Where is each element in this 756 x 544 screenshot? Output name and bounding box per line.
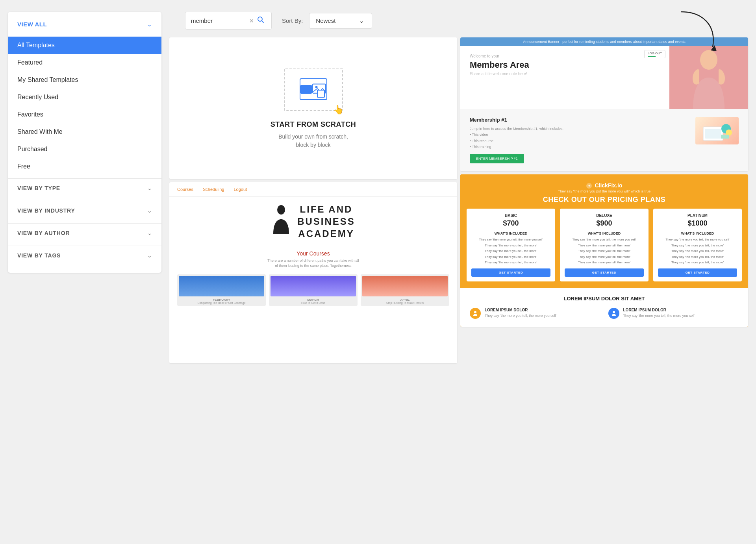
members-banner: Announcement Banner - perfect for remind… <box>460 37 748 46</box>
pricing-platinum-included-label: WHAT'S INCLUDED <box>681 231 714 235</box>
view-by-author-label: VIEW BY AUTHOR <box>17 230 70 236</box>
template-card-pricing[interactable]: ✦ ClickFix.io They say "the more you put… <box>460 174 748 327</box>
chevron-down-icon-industry: ⌄ <box>147 207 152 214</box>
sidebar-item-purchased[interactable]: Purchased <box>8 141 161 158</box>
welcome-text: Welcome to your <box>470 54 660 58</box>
view-by-type-header[interactable]: VIEW BY TYPE ⌄ <box>8 179 161 198</box>
view-by-type-section: VIEW BY TYPE ⌄ <box>8 178 161 198</box>
pricing-brand: ✦ ClickFix.io <box>470 182 739 189</box>
cursor-hand-icon: 👆 <box>333 105 344 115</box>
sidebar-item-favorites[interactable]: Favorites <box>8 106 161 123</box>
lorem-icon-orange <box>470 308 481 319</box>
pricing-deluxe-tier: DELUXE <box>596 213 612 218</box>
course-item-1: FEBRUARY Conquering The Habit of Self Sa… <box>177 274 266 306</box>
search-icon[interactable] <box>257 16 264 25</box>
sort-value: Newest <box>316 17 335 24</box>
sort-by-label: Sort By: <box>282 17 303 24</box>
membership-section: Membership #1 Jump in here to access the… <box>460 109 748 171</box>
lorem-section: LOREM IPSUM DOLOR SIT AMET LOREM IPSUM D… <box>460 288 748 327</box>
pricing-header: ✦ ClickFix.io They say "the more you put… <box>460 174 748 209</box>
view-by-industry-section: VIEW BY INDUSTRY ⌄ <box>8 201 161 220</box>
lorem-title: LOREM IPSUM DOLOR SIT AMET <box>470 296 739 302</box>
view-by-tags-label: VIEW BY TAGS <box>17 252 61 259</box>
sidebar-item-my-shared-templates[interactable]: My Shared Templates <box>8 71 161 89</box>
lab-hero: LIFE AND BUSINESS ACADEMY Your Courses T… <box>169 197 457 363</box>
pricing-basic-button[interactable]: GET STARTED <box>471 268 550 277</box>
svg-point-15 <box>613 311 615 313</box>
svg-rect-3 <box>313 84 326 93</box>
search-input[interactable] <box>191 17 246 24</box>
pricing-deluxe-features: They say 'the more you tell, the more yo… <box>572 237 636 265</box>
lab-nav: Courses Scheduling Logout <box>169 182 457 197</box>
right-column: Announcement Banner - perfect for remind… <box>460 37 748 363</box>
pricing-basic-included-label: WHAT'S INCLUDED <box>495 231 527 235</box>
logout-button[interactable]: LOG OUT <box>644 50 665 58</box>
pricing-basic-features: They say 'the more you tell, the more yo… <box>479 237 543 265</box>
template-card-members[interactable]: Announcement Banner - perfect for remind… <box>460 37 748 171</box>
template-card-lab[interactable]: Courses Scheduling Logout <box>169 182 457 363</box>
pricing-main-title: CHECK OUT OUR PRICING PLANS <box>470 196 739 204</box>
view-by-tags-header[interactable]: VIEW BY TAGS ⌄ <box>8 246 161 265</box>
sidebar-item-featured[interactable]: Featured <box>8 54 161 71</box>
template-grid: 👆 START FROM SCRATCH Build your own from… <box>169 37 748 363</box>
template-card-scratch[interactable]: 👆 START FROM SCRATCH Build your own from… <box>169 37 457 179</box>
pricing-basic-amount: $700 <box>503 219 519 228</box>
pricing-platinum-features: They say 'the more you tell, the more yo… <box>665 237 729 265</box>
scratch-dashed-box: 👆 <box>284 68 343 111</box>
clear-search-button[interactable]: ✕ <box>249 18 254 24</box>
person-silhouette-icon <box>271 204 291 236</box>
lorem-col2-title: LOREM IPSUM DOLOR <box>623 308 695 312</box>
sidebar-item-free[interactable]: Free <box>8 158 161 175</box>
lorem-col-2: LOREM IPSUM DOLOR They say 'the more you… <box>608 308 739 319</box>
lorem-col1-desc: They say 'the more you tell, the more yo… <box>485 313 557 319</box>
membership-preview-image <box>695 117 739 144</box>
lab-nav-logout[interactable]: Logout <box>233 187 247 192</box>
chevron-down-icon: ⌄ <box>147 20 152 28</box>
sidebar-item-all-templates[interactable]: All Templates <box>8 37 161 54</box>
members-text: LOG OUT Welcome to your Members Area Sha… <box>460 46 669 109</box>
chevron-down-icon-type: ⌄ <box>147 185 152 191</box>
membership-desc: Jump in here to access the Membership #1… <box>470 126 687 150</box>
lab-nav-scheduling[interactable]: Scheduling <box>203 187 224 192</box>
svg-line-1 <box>262 21 264 23</box>
view-by-author-header[interactable]: VIEW BY AUTHOR ⌄ <box>8 224 161 242</box>
view-by-type-label: VIEW BY TYPE <box>17 185 60 191</box>
members-body: LOG OUT Welcome to your Members Area Sha… <box>460 46 748 109</box>
members-photo <box>669 46 748 109</box>
lorem-icon-blue <box>608 308 619 319</box>
scratch-description: Build your own from scratch, block by bl… <box>278 133 348 149</box>
scratch-image-icon <box>300 78 327 100</box>
scratch-title: START FROM SCRATCH <box>271 120 356 129</box>
sidebar: VIEW ALL ⌄ All Templates Featured My Sha… <box>8 12 161 273</box>
svg-point-6 <box>700 50 717 70</box>
pricing-platinum-button[interactable]: GET STARTED <box>658 268 737 277</box>
sidebar-item-shared-with-me[interactable]: Shared With Me <box>8 123 161 141</box>
courses-desc: There are a number of different paths yo… <box>267 258 359 269</box>
course-item-3: APRIL Stop Hustling To Make Results <box>361 274 449 306</box>
pricing-table: BASIC $700 WHAT'S INCLUDED They say 'the… <box>460 209 748 288</box>
pricing-tagline: They say "the more you put the more you … <box>470 189 739 193</box>
view-all-header[interactable]: VIEW ALL ⌄ <box>8 12 161 37</box>
view-by-industry-header[interactable]: VIEW BY INDUSTRY ⌄ <box>8 201 161 220</box>
sidebar-nav: All Templates Featured My Shared Templat… <box>8 37 161 175</box>
pricing-deluxe-button[interactable]: GET STARTED <box>565 268 644 277</box>
sort-select[interactable]: Newest ⌄ <box>309 13 372 29</box>
lab-nav-courses[interactable]: Courses <box>177 187 193 192</box>
courses-grid: FEBRUARY Conquering The Habit of Self Sa… <box>177 274 449 306</box>
svg-rect-11 <box>721 135 729 139</box>
membership-enter-button[interactable]: ENTER MEMBERSHIP #1 <box>470 154 524 163</box>
pricing-deluxe: DELUXE $900 WHAT'S INCLUDED They say 'th… <box>560 209 649 281</box>
main-content: ✕ Sort By: Newest ⌄ <box>169 12 748 532</box>
pricing-platinum-tier: PLATINUM <box>687 213 708 218</box>
members-area-heading: Members Area <box>470 60 660 70</box>
sidebar-item-recently-used[interactable]: Recently Used <box>8 89 161 106</box>
svg-point-5 <box>277 205 285 215</box>
view-by-industry-label: VIEW BY INDUSTRY <box>17 207 75 214</box>
lab-logo: LIFE AND BUSINESS ACADEMY <box>297 203 355 240</box>
view-all-label: VIEW ALL <box>17 21 47 28</box>
membership-text: Membership #1 Jump in here to access the… <box>470 117 687 163</box>
sort-chevron-icon: ⌄ <box>359 17 364 24</box>
view-by-author-section: VIEW BY AUTHOR ⌄ <box>8 223 161 242</box>
search-bar-row: ✕ Sort By: Newest ⌄ <box>169 12 748 30</box>
course-item-2: MARCH How To Get It Done <box>269 274 358 306</box>
